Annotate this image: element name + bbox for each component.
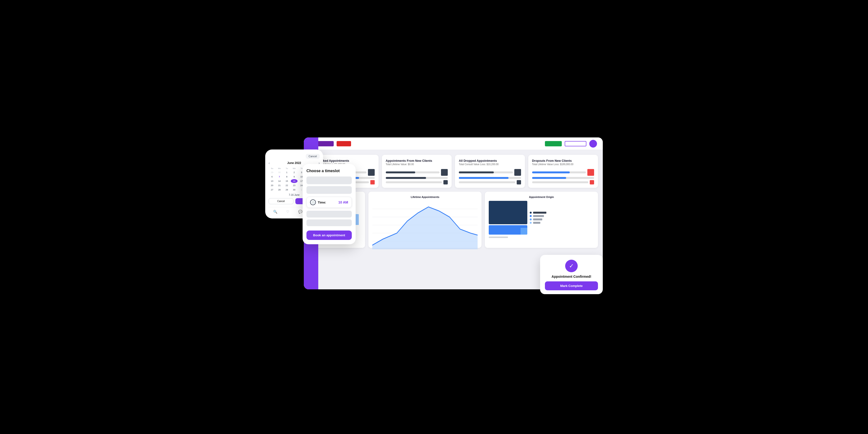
cal-day[interactable]: 28 <box>276 188 283 192</box>
clock-icon: 🕙 <box>310 199 316 205</box>
stat-card-3-sub: Total Consult Value Loss: $10,200.00 <box>459 163 521 166</box>
confirmation-card: ✓ Appointment Confirmed! Mark Complete <box>540 255 603 294</box>
mark-complete-button[interactable]: Mark Complete <box>545 281 598 290</box>
topbar-pill-outline <box>565 141 586 146</box>
calendar-cancel-action-button[interactable]: Cancel <box>269 198 293 204</box>
chart-scrollbar[interactable] <box>489 237 508 238</box>
timeslot-title: Choose a timeslot <box>306 169 352 173</box>
scene: All Booked Appointments Total Consult Va… <box>265 130 603 304</box>
chart-right-title: Appointment Origin <box>489 195 594 198</box>
cal-day[interactable]: 8 <box>283 175 290 179</box>
timeslot-time-display: 🕙 Time: 10 AM <box>306 197 352 208</box>
area-chart-svg <box>372 201 478 249</box>
stat-card-4-sub: Total Lifetime Value Loss: $189,000.00 <box>532 163 594 166</box>
topbar <box>304 137 603 150</box>
user-avatar[interactable] <box>589 140 597 148</box>
cal-day-today[interactable]: 7 <box>276 175 283 179</box>
confirm-icon-ring: ✓ <box>565 260 578 272</box>
book-appointment-button[interactable]: Book an appointment <box>306 230 352 240</box>
cal-day[interactable]: 1 <box>283 170 290 174</box>
timeslot-option-2[interactable] <box>306 186 352 194</box>
cal-day[interactable]: 21 <box>276 184 283 187</box>
appointment-origin-chart: Appointment Origin <box>485 192 598 248</box>
calendar-month-label: June 2022 <box>287 161 301 165</box>
cal-day[interactable]: 15 <box>283 179 290 183</box>
stat-card-new-clients: Appointments From New Clients Total Life… <box>382 155 452 188</box>
cal-day[interactable]: 13 <box>269 179 276 183</box>
cal-day[interactable]: 29 <box>269 170 276 174</box>
lifetime-appointments-chart: Lifetime Appointments <box>368 192 482 248</box>
search-nav-icon[interactable]: 🔍 <box>273 210 277 214</box>
stat-card-4-title: Dropouts From New Clients <box>532 159 594 162</box>
confirm-title: Appointment Confirmed! <box>545 275 598 278</box>
topbar-pill-red <box>337 141 351 146</box>
time-value: 10 AM <box>338 200 348 204</box>
cal-day[interactable]: 27 <box>269 188 276 192</box>
cal-day[interactable]: 14 <box>276 179 283 183</box>
stat-card-3-title: All Dropped Appointments <box>459 159 521 162</box>
cal-day[interactable]: 20 <box>269 184 276 187</box>
cal-day[interactable]: 30 <box>291 188 298 192</box>
stat-card-dropped: All Dropped Appointments Total Consult V… <box>455 155 525 188</box>
cal-day[interactable]: 2 <box>291 170 298 174</box>
treemap <box>489 201 594 235</box>
stat-card-2-title: Appointments From New Clients <box>386 159 448 162</box>
cal-day[interactable]: 22 <box>283 184 290 187</box>
timeslot-option-4[interactable] <box>306 219 352 226</box>
chat-nav-icon[interactable]: 💬 <box>298 210 302 214</box>
cal-day[interactable]: 23 <box>291 184 298 187</box>
chart-center-title: Lifetime Appointments <box>372 195 478 198</box>
cal-day[interactable]: 9 <box>291 175 298 179</box>
phone-timeslot: Choose a timeslot 🕙 Time: 10 AM Book an … <box>303 164 355 244</box>
calendar-cancel-button[interactable]: Cancel <box>306 154 320 159</box>
cal-day-selected[interactable]: 16 <box>291 179 298 183</box>
stat-card-2-sub: Total Lifetime Value: $0.00 <box>386 163 448 166</box>
calendar-prev-button[interactable]: ‹ <box>269 161 270 165</box>
time-label: Time: <box>318 200 326 204</box>
timeslot-option-1[interactable] <box>306 177 352 184</box>
checkmark-icon: ✓ <box>569 262 574 269</box>
heart-nav-icon[interactable]: ♡ <box>286 210 289 214</box>
cal-day[interactable]: 29 <box>283 188 290 192</box>
cal-day[interactable]: 30 <box>276 170 283 174</box>
timeslot-option-3[interactable] <box>306 211 352 217</box>
topbar-pill-green <box>545 141 562 146</box>
stat-card-dropouts: Dropouts From New Clients Total Lifetime… <box>528 155 598 188</box>
cal-day[interactable]: 6 <box>269 175 276 179</box>
